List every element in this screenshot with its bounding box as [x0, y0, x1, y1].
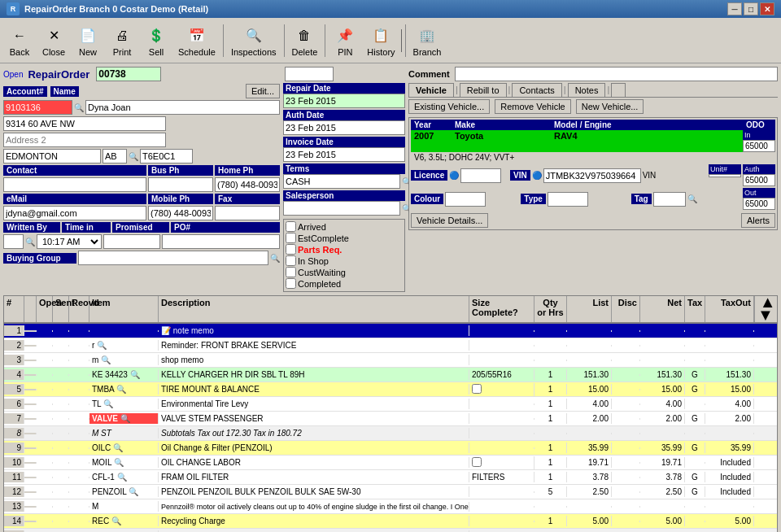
row-disc [612, 360, 640, 361]
order-number-field[interactable] [96, 67, 161, 81]
col-net: Net [640, 296, 685, 322]
separator-4 [405, 24, 406, 57]
tab-notes[interactable]: Notes [568, 83, 606, 97]
mobile-field[interactable] [148, 206, 213, 220]
window-controls: ─ □ ✕ [727, 2, 774, 15]
home-ph-field[interactable] [215, 177, 280, 192]
row-disc [612, 418, 640, 420]
parts-req-label: Parts Req. [298, 245, 342, 255]
salesperson-field[interactable] [283, 201, 400, 216]
vin-field[interactable] [543, 168, 641, 183]
sell-button[interactable]: 💲 Sell [140, 22, 172, 59]
arrived-checkbox[interactable] [286, 221, 296, 232]
cust-waiting-checkbox[interactable] [286, 267, 296, 277]
next-hash-field[interactable] [285, 67, 334, 81]
nav-up-arrow[interactable]: ▶ [760, 299, 773, 307]
account-number-field[interactable] [3, 100, 72, 115]
invoice-date-field[interactable] [283, 147, 405, 162]
vin-icon[interactable]: 🔵 [532, 171, 542, 180]
new-button[interactable]: 📄 New [72, 22, 104, 59]
tab-rebill[interactable]: Rebill to [460, 83, 507, 97]
row-disc [612, 330, 640, 332]
table-container: # Open Sent Reovd Item Description SizeC… [3, 295, 778, 532]
row-checkbox[interactable] [472, 384, 482, 394]
tag-field[interactable] [653, 192, 686, 207]
row-out: Included [705, 472, 754, 482]
edit-button[interactable]: Edit... [246, 84, 280, 98]
tab-extra[interactable] [611, 83, 626, 97]
row-qty: 5 [534, 486, 567, 497]
in-shop-checkbox[interactable] [286, 255, 296, 266]
written-by-icon[interactable]: 🔍 [25, 238, 35, 246]
inspections-button[interactable]: 🔍 Inspections [227, 22, 281, 59]
bus-ph-field[interactable] [148, 177, 213, 192]
auth-date-field[interactable] [283, 120, 405, 135]
row-checkbox[interactable] [472, 457, 482, 467]
minimize-button[interactable]: ─ [727, 2, 742, 15]
licence-field[interactable] [460, 168, 501, 183]
city-field[interactable] [3, 149, 101, 164]
row-item: MOIL 🔍 [89, 457, 159, 468]
est-complete-checkbox[interactable] [286, 233, 296, 243]
tag-search-icon[interactable]: 🔍 [687, 194, 697, 203]
vehicle-details-button[interactable]: Vehicle Details... [411, 213, 488, 228]
promised-field[interactable] [103, 234, 160, 249]
written-by-data-row: 🔍 10:17 AM [3, 234, 280, 249]
address1-field[interactable] [3, 116, 166, 131]
row-out: 5.00 [705, 516, 754, 526]
terms-field[interactable] [283, 174, 400, 189]
branch-button[interactable]: 🏢 Branch [409, 22, 446, 59]
row-out [705, 360, 754, 361]
history-button[interactable]: 📋 History [363, 22, 399, 59]
row-size [469, 345, 534, 347]
model-col-header: Model / Engine [551, 120, 743, 130]
alerts-button[interactable]: Alerts [741, 213, 775, 228]
row-open [37, 418, 53, 420]
back-button[interactable]: ← Back [3, 22, 36, 59]
close-button[interactable]: ✕ [760, 2, 774, 15]
row-sent [53, 506, 69, 508]
fax-field[interactable] [215, 206, 280, 220]
table-row: 10 MOIL 🔍 OIL CHANGE LABOR 1 19.71 19.71… [4, 456, 777, 470]
new-vehicle-button[interactable]: New Vehicle... [576, 99, 644, 114]
row-qty [534, 330, 567, 332]
buying-group-icon[interactable]: 🔍 [270, 254, 280, 263]
address2-field[interactable] [3, 133, 166, 147]
existing-vehicle-button[interactable]: Existing Vehicle... [408, 99, 490, 114]
tab-contacts[interactable]: Contacts [512, 83, 561, 97]
buying-group-field[interactable] [78, 251, 268, 265]
make-col-header: Make [452, 120, 551, 130]
repair-date-field[interactable] [283, 94, 405, 108]
po-field[interactable] [162, 234, 280, 249]
tab-vehicle[interactable]: Vehicle [408, 83, 454, 97]
close-button-toolbar[interactable]: ✕ Close [37, 22, 70, 59]
province-field[interactable] [103, 149, 127, 164]
time-in-select[interactable]: 10:17 AM [37, 234, 102, 249]
contact-data-row [3, 177, 280, 192]
written-by-search[interactable] [3, 234, 24, 249]
print-button[interactable]: 🖨 Print [106, 22, 138, 59]
account-search-icon[interactable]: 🔍 [74, 103, 84, 112]
in-shop-item: In Shop [286, 255, 403, 266]
row-qty [534, 433, 567, 434]
contact-field[interactable] [3, 177, 146, 192]
email-data-row [3, 206, 280, 220]
licence-icon[interactable]: 🔵 [449, 171, 459, 180]
account-name-field[interactable] [85, 100, 280, 115]
pin-button[interactable]: 📌 PIN [329, 22, 361, 59]
nav-down-arrow[interactable]: ▶ [760, 312, 773, 321]
remove-vehicle-button[interactable]: Remove Vehicle [495, 99, 571, 114]
comment-field[interactable] [455, 67, 778, 81]
postal-field[interactable] [140, 149, 193, 164]
parts-req-checkbox[interactable] [286, 244, 296, 255]
maximize-button[interactable]: □ [744, 2, 758, 15]
history-icon: 📋 [369, 24, 392, 47]
delete-button[interactable]: 🗑 Delete [288, 22, 322, 59]
schedule-button[interactable]: 📅 Schedule [174, 22, 220, 59]
row-list [567, 345, 612, 347]
type-field[interactable] [548, 192, 588, 207]
colour-field[interactable] [445, 192, 486, 207]
email-field[interactable] [3, 206, 146, 220]
province-search-icon[interactable]: 🔍 [129, 152, 138, 161]
completed-checkbox[interactable] [286, 278, 296, 289]
